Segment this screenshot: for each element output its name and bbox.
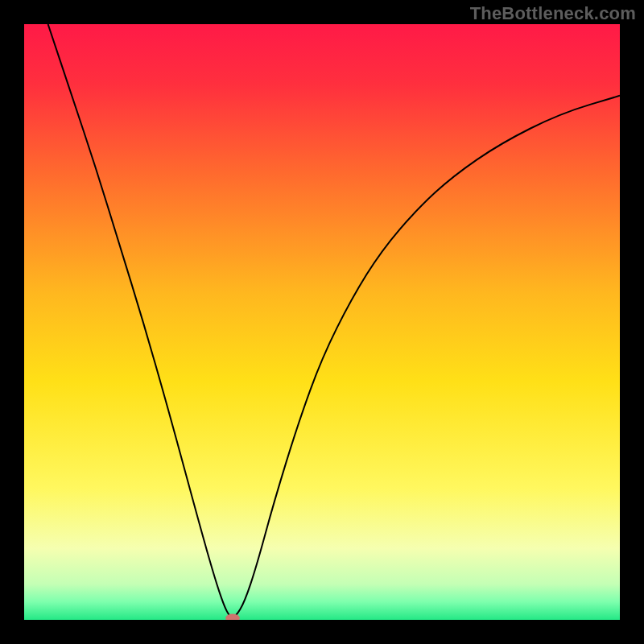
chart-frame: TheBottleneck.com (0, 0, 644, 644)
plot-area (24, 24, 620, 620)
watermark-text: TheBottleneck.com (470, 3, 636, 24)
chart-svg (24, 24, 620, 620)
gradient-background (24, 24, 620, 620)
